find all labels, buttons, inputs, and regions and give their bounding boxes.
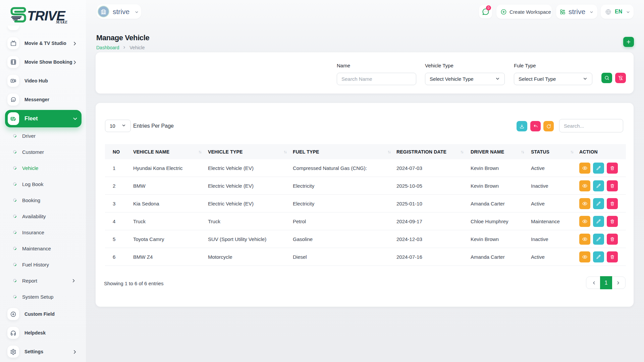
svg-text:MAKE: MAKE [56, 20, 68, 24]
